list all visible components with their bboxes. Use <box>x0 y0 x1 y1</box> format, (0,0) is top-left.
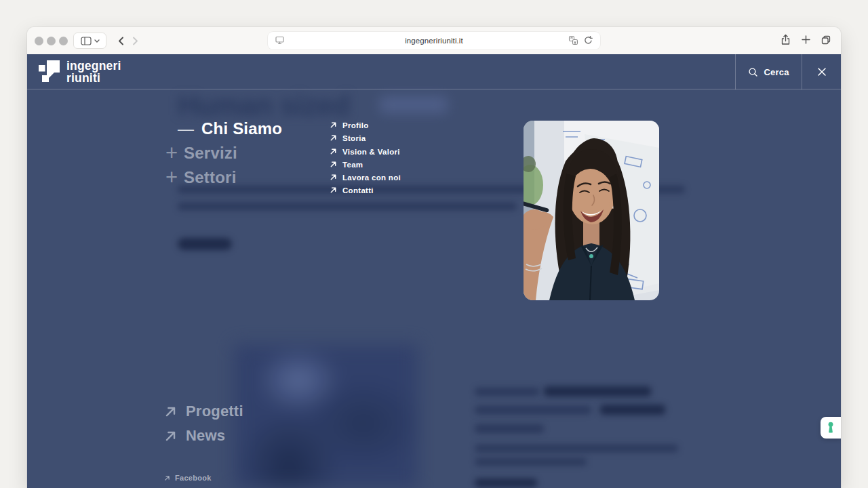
plus-expand-marker: + <box>165 143 178 163</box>
link-label: News <box>186 427 225 445</box>
blurred-heading-fragment <box>380 96 448 113</box>
accessibility-keyhole-icon <box>827 422 835 434</box>
submenu-item-storia[interactable]: Storia <box>330 132 366 144</box>
search-button[interactable]: Cerca <box>735 54 802 89</box>
logo-text-line2: riuniti <box>66 72 121 84</box>
blurred-text-line <box>475 388 539 396</box>
search-button-label: Cerca <box>764 67 789 77</box>
arrow-up-right-icon <box>164 405 177 418</box>
zoom-window-button[interactable] <box>59 37 68 45</box>
history-nav-group <box>111 33 145 49</box>
url-text[interactable]: ingegneririuniti.it <box>268 37 600 45</box>
menu-item-label: Chi Siamo <box>201 119 282 138</box>
menu-item-label: Servizi <box>184 144 237 163</box>
close-window-button[interactable] <box>35 37 43 45</box>
plus-expand-marker: + <box>165 167 178 188</box>
blurred-text-line <box>475 458 587 466</box>
chevron-down-icon <box>94 39 100 43</box>
blurred-text-line <box>475 445 678 452</box>
team-photo <box>524 121 659 300</box>
submenu-item-label: Team <box>342 161 363 169</box>
sidebar-icon <box>81 37 92 45</box>
submenu-item-label: Vision & Valori <box>342 148 400 156</box>
sidebar-toggle-button[interactable] <box>73 33 106 49</box>
arrow-up-right-icon <box>164 475 170 481</box>
submenu-item-team[interactable]: Team <box>330 159 363 170</box>
submenu-item-label: Storia <box>342 134 366 142</box>
menu-item-chi-siamo[interactable]: — Chi Siamo <box>178 117 282 140</box>
blurred-paragraph-line <box>178 203 517 210</box>
logo-mark-icon <box>38 58 60 85</box>
blurred-text-line <box>475 424 544 433</box>
arrow-up-right-icon <box>330 174 337 181</box>
search-icon <box>748 67 758 77</box>
submenu-item-profilo[interactable]: Profilo <box>330 119 369 131</box>
menu-overlay: Human sized <box>27 54 841 488</box>
link-facebook[interactable]: Facebook <box>164 473 212 483</box>
arrow-up-right-icon <box>330 134 337 142</box>
browser-window: ingegneririuniti.it <box>27 27 841 488</box>
translate-icon[interactable] <box>568 35 578 45</box>
back-icon[interactable] <box>118 37 124 45</box>
blurred-cta-link <box>178 238 232 250</box>
submenu-item-vision-valori[interactable]: Vision & Valori <box>330 146 400 157</box>
link-progetti[interactable]: Progetti <box>164 401 243 422</box>
blurred-text-line <box>600 405 665 415</box>
link-label: Facebook <box>175 474 212 482</box>
menu-item-servizi[interactable]: + Servizi <box>165 142 237 165</box>
minimize-window-button[interactable] <box>47 37 56 45</box>
menu-close-button[interactable] <box>802 54 841 89</box>
arrow-up-right-icon <box>330 148 337 155</box>
blurred-text-line <box>475 406 591 414</box>
tab-overview-icon[interactable] <box>821 35 831 45</box>
arrow-up-right-icon <box>330 161 337 168</box>
link-news[interactable]: News <box>164 426 225 446</box>
submenu-item-label: Lavora con noi <box>342 174 401 182</box>
submenu-item-lavora-con-noi[interactable]: Lavora con noi <box>330 171 401 183</box>
close-icon <box>817 67 827 77</box>
page-settings-icon[interactable] <box>275 35 285 48</box>
submenu-item-label: Profilo <box>342 121 369 129</box>
blurred-page-image <box>234 344 418 488</box>
new-tab-icon[interactable] <box>801 35 811 45</box>
menu-item-settori[interactable]: + Settori <box>165 166 237 189</box>
arrow-up-right-icon <box>330 186 337 194</box>
screen: ingegneririuniti.it <box>0 0 868 488</box>
site-logo[interactable]: ingegneri riuniti <box>38 58 121 85</box>
share-icon[interactable] <box>780 34 791 45</box>
accessibility-widget-button[interactable] <box>821 417 841 439</box>
menu-item-label: Settori <box>184 168 236 187</box>
arrow-up-right-icon <box>164 430 177 443</box>
logo-text-line1: ingegneri <box>66 60 121 72</box>
submenu-item-label: Contatti <box>342 186 374 195</box>
arrow-up-right-icon <box>330 121 337 129</box>
submenu-item-contatti[interactable]: Contatti <box>330 184 374 196</box>
active-dash-marker: — <box>178 119 194 138</box>
reload-icon[interactable] <box>583 35 593 45</box>
address-bar[interactable]: ingegneririuniti.it <box>268 32 600 49</box>
blurred-text-line <box>544 386 651 396</box>
browser-toolbar: ingegneririuniti.it <box>27 27 841 54</box>
site-header: ingegneri riuniti Cerca <box>27 54 841 89</box>
forward-icon[interactable] <box>132 37 138 45</box>
link-label: Progetti <box>186 403 243 420</box>
blurred-text-line <box>475 479 537 487</box>
